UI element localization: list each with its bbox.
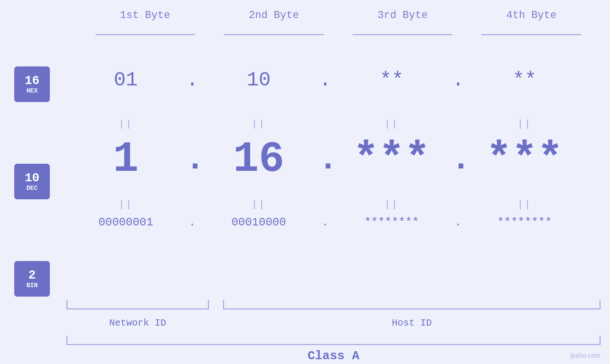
equals-2-b4: ||: [465, 199, 584, 210]
equals-spacer5: [318, 199, 332, 210]
bin-badge: 2 BIN: [14, 261, 50, 297]
dec-dot1: .: [185, 141, 199, 178]
hex-badge: 16 HEX: [14, 66, 50, 102]
bracket-byte2: [224, 34, 324, 35]
bin-byte4: ********: [465, 216, 584, 229]
hex-byte1: 01: [66, 69, 185, 92]
byte-headers: 1st Byte 2nd Byte 3rd Byte 4th Byte: [81, 9, 596, 21]
hex-byte3: **: [332, 69, 451, 92]
hex-row: 01 . 10 . ** . **: [66, 69, 601, 92]
equals-row-1: || || || ||: [66, 119, 601, 130]
watermark: ipshu.com: [570, 352, 601, 359]
dec-byte1: 1: [66, 135, 185, 184]
equals-1-b1: ||: [66, 119, 185, 130]
network-bracket: [66, 300, 209, 309]
bin-dot1: .: [185, 216, 199, 229]
bin-dot2: .: [318, 216, 332, 229]
equals-spacer4: [185, 199, 199, 210]
hex-dot1: .: [185, 69, 199, 92]
dec-row: 1 . 16 . *** . ***: [66, 135, 601, 184]
dec-badge: 10 DEC: [14, 164, 50, 199]
byte4-header: 4th Byte: [472, 9, 591, 21]
equals-row-2: || || || ||: [66, 199, 601, 210]
equals-2-b1: ||: [66, 199, 185, 210]
top-brackets: [81, 34, 596, 35]
host-id-label: Host ID: [223, 317, 601, 328]
equals-1-b4: ||: [465, 119, 584, 130]
bracket-byte3: [353, 34, 452, 35]
byte1-header: 1st Byte: [86, 9, 205, 21]
bin-row: 00000001 . 00010000 . ******** . *******…: [66, 216, 601, 229]
hex-byte4: **: [465, 69, 584, 92]
hex-byte2: 10: [199, 69, 318, 92]
host-bracket: [223, 300, 601, 309]
equals-spacer3: [451, 119, 465, 130]
class-label: Class A: [66, 349, 601, 363]
dec-dot2: .: [318, 141, 332, 178]
content-area: 01 . 10 . ** . ** || || || || 1 . 16 . *…: [66, 43, 601, 326]
base-badges: 16 HEX 10 DEC 2 BIN: [14, 66, 50, 297]
bin-badge-number: 2: [28, 269, 36, 282]
bin-byte2: 00010000: [199, 216, 318, 229]
dec-byte3: ***: [332, 135, 451, 184]
equals-spacer2: [318, 119, 332, 130]
bin-badge-label: BIN: [27, 282, 38, 289]
equals-1-b2: ||: [199, 119, 318, 130]
equals-spacer6: [451, 199, 465, 210]
equals-1-b3: ||: [332, 119, 451, 130]
equals-2-b3: ||: [332, 199, 451, 210]
dec-badge-label: DEC: [27, 185, 38, 192]
bin-byte3: ********: [332, 216, 451, 229]
dec-byte4: ***: [465, 135, 584, 184]
hex-dot2: .: [318, 69, 332, 92]
network-id-label: Network ID: [66, 317, 209, 328]
hex-badge-number: 16: [25, 74, 39, 88]
hex-badge-label: HEX: [27, 87, 38, 94]
dec-dot3: .: [451, 141, 465, 178]
main-container: 1st Byte 2nd Byte 3rd Byte 4th Byte 16 H…: [0, 0, 610, 364]
class-bracket: [66, 336, 601, 345]
byte3-header: 3rd Byte: [343, 9, 462, 21]
dec-byte2: 16: [199, 135, 318, 184]
equals-spacer1: [185, 119, 199, 130]
byte2-header: 2nd Byte: [215, 9, 333, 21]
bracket-byte4: [481, 34, 581, 35]
bin-dot3: .: [451, 216, 465, 229]
bin-byte1: 00000001: [66, 216, 185, 229]
hex-dot3: .: [451, 69, 465, 92]
dec-badge-number: 10: [25, 171, 39, 185]
equals-2-b2: ||: [199, 199, 318, 210]
bracket-byte1: [95, 34, 195, 35]
